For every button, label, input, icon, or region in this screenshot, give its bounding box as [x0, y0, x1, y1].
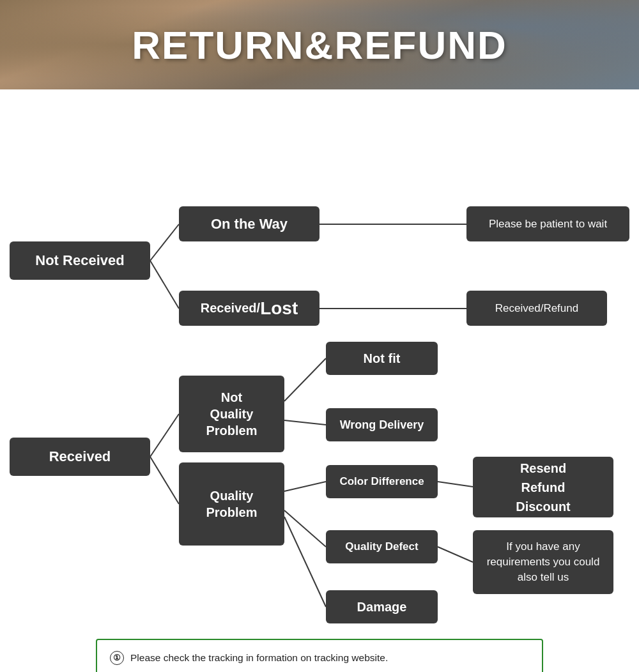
svg-line-4 — [150, 414, 179, 457]
svg-line-1 — [150, 261, 179, 309]
note-text-1: Please check the tracking in formation o… — [130, 650, 388, 665]
svg-line-5 — [150, 457, 179, 504]
node-please-wait: Please be patient to wait — [466, 206, 629, 241]
note-item-1: ① Please check the tracking in formation… — [110, 650, 529, 665]
node-not-fit: Not fit — [326, 342, 438, 375]
node-color-difference: Color Difference — [326, 465, 438, 498]
page-title: RETURN&REFUND — [132, 22, 507, 68]
node-received-lost: Received/Lost — [179, 291, 320, 326]
node-quality-problem: QualityProblem — [179, 462, 284, 546]
svg-line-6 — [284, 358, 326, 401]
node-wrong-delivery: Wrong Delivery — [326, 408, 438, 441]
node-not-quality-problem: NotQualityProblem — [179, 376, 284, 452]
header: RETURN&REFUND — [0, 0, 639, 89]
svg-line-11 — [438, 482, 473, 487]
content: Not Received On the Way Received/Lost Pl… — [0, 89, 639, 672]
node-on-the-way: On the Way — [179, 206, 320, 241]
node-if-requirements: If you have any requirements you could a… — [473, 530, 613, 594]
node-not-received: Not Received — [10, 241, 150, 280]
svg-line-0 — [150, 224, 179, 261]
node-received: Received — [10, 438, 150, 476]
node-received-refund: Received/Refund — [466, 291, 607, 326]
svg-line-9 — [284, 510, 326, 547]
svg-line-7 — [284, 420, 326, 425]
node-damage: Damage — [326, 590, 438, 623]
svg-line-8 — [284, 482, 326, 491]
notes-box: ① Please check the tracking in formation… — [96, 639, 543, 672]
node-quality-defect: Quality Defect — [326, 530, 438, 563]
note-num-1: ① — [110, 651, 124, 665]
svg-line-12 — [438, 547, 473, 562]
svg-line-10 — [284, 517, 326, 607]
flowchart: Not Received On the Way Received/Lost Pl… — [6, 102, 633, 632]
node-resend-refund-discount: Resend Refund Discount — [473, 457, 613, 517]
